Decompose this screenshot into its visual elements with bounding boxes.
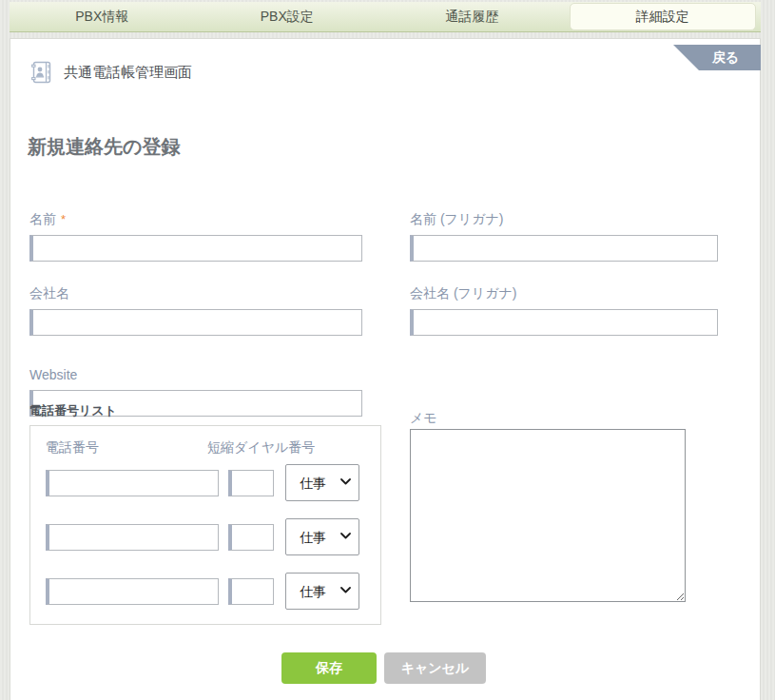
company-input[interactable] [29, 309, 362, 336]
phone-row: 仕事 [30, 573, 380, 611]
tab-advanced-settings[interactable]: 詳細設定 [570, 3, 757, 30]
tab-label: 詳細設定 [636, 9, 689, 26]
back-button-label: 戻る [712, 49, 739, 67]
phone-number-input[interactable] [46, 578, 219, 605]
name-label: 名前 [29, 211, 56, 226]
address-book-icon [29, 60, 54, 85]
memo-textarea[interactable] [410, 429, 686, 602]
phone-type-select-wrap: 仕事 [285, 573, 359, 610]
phone-row: 仕事 [30, 464, 380, 502]
tab-label: 通話履歴 [445, 9, 498, 26]
company-kana-input[interactable] [410, 309, 718, 336]
phone-number-column-header: 電話番号 [46, 439, 99, 457]
field-name: 名前* [29, 210, 362, 262]
save-button[interactable]: 保存 [281, 652, 377, 684]
tab-pbx-info[interactable]: PBX情報 [10, 2, 195, 31]
tab-label: PBX情報 [75, 9, 128, 26]
tab-bar: PBX情報 PBX設定 通話履歴 詳細設定 [10, 2, 761, 32]
content-card: 戻る 共通電話帳管理画面 新規連絡先の登録 [10, 38, 761, 700]
phone-row: 仕事 [30, 518, 380, 556]
tab-call-history[interactable]: 通話履歴 [379, 2, 565, 31]
page: PBX情報 PBX設定 通話履歴 詳細設定 戻る [0, 0, 775, 700]
cancel-button[interactable]: キャンセル [384, 652, 486, 684]
speed-dial-input[interactable] [228, 524, 274, 551]
page-title: 新規連絡先の登録 [28, 134, 180, 160]
phone-number-input[interactable] [46, 524, 219, 551]
name-kana-label: 名前 (フリガナ) [410, 211, 504, 226]
field-company-kana: 会社名 (フリガナ) [410, 284, 718, 336]
website-label: Website [29, 367, 77, 382]
field-company: 会社名 [29, 284, 362, 336]
memo-label: メモ [410, 410, 437, 427]
phone-type-select[interactable]: 仕事 [285, 518, 359, 555]
company-kana-label: 会社名 (フリガナ) [410, 285, 517, 301]
speed-dial-input[interactable] [228, 578, 274, 605]
required-asterisk: * [61, 212, 66, 226]
phone-type-select[interactable]: 仕事 [285, 573, 359, 610]
speed-dial-input[interactable] [228, 470, 274, 496]
tab-label: PBX設定 [261, 9, 314, 26]
phone-list-label: 電話番号リスト [29, 402, 117, 419]
phone-type-select[interactable]: 仕事 [285, 464, 359, 501]
tab-pbx-settings[interactable]: PBX設定 [195, 2, 380, 31]
phone-number-input[interactable] [46, 470, 219, 496]
field-name-kana: 名前 (フリガナ) [410, 210, 718, 262]
phone-type-select-wrap: 仕事 [285, 518, 359, 555]
card-header-title: 共通電話帳管理画面 [64, 64, 192, 82]
phone-type-select-wrap: 仕事 [285, 464, 359, 501]
phone-list-box: 電話番号 短縮ダイヤル番号 仕事 [29, 425, 381, 625]
speed-dial-column-header: 短縮ダイヤル番号 [207, 439, 315, 457]
name-kana-input[interactable] [410, 235, 718, 262]
company-label: 会社名 [29, 285, 69, 301]
name-input[interactable] [29, 235, 362, 262]
card-header: 共通電話帳管理画面 [29, 60, 192, 85]
back-button[interactable]: 戻る [673, 45, 761, 70]
